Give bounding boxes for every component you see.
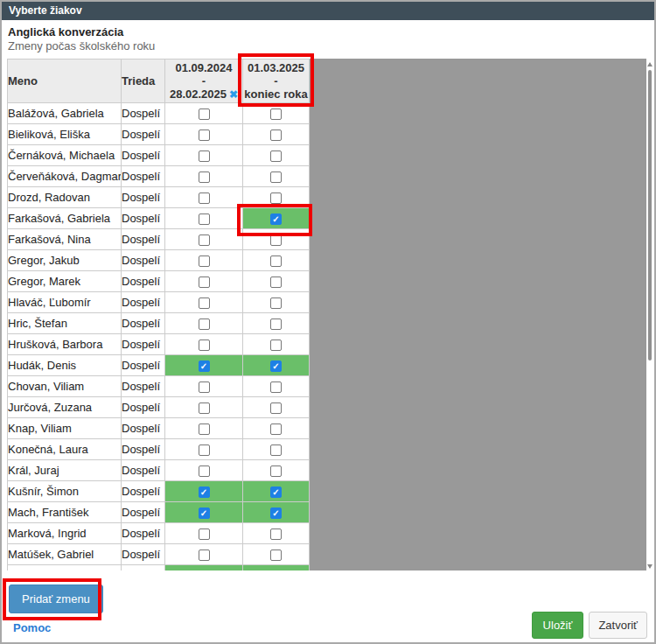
period1-checkbox[interactable] [199, 256, 210, 267]
period2-checkbox[interactable] [270, 192, 282, 204]
period2-checkbox[interactable]: ✓ [270, 508, 282, 519]
period2-checkbox[interactable] [270, 424, 282, 435]
student-class: Dospelí [122, 187, 165, 208]
help-link[interactable]: Pomoc [13, 621, 51, 634]
period1-checkbox[interactable] [199, 402, 210, 414]
checkbox-cell-period2 [243, 460, 310, 481]
checkbox-cell-period1 [165, 166, 243, 187]
period2-checkbox[interactable]: ✓ [270, 214, 282, 225]
period1-checkbox[interactable] [199, 550, 210, 561]
period2-checkbox[interactable] [270, 318, 282, 330]
close-button[interactable]: Zatvoriť [589, 612, 647, 639]
student-class: Dospelí [122, 250, 165, 271]
period1-checkbox[interactable] [199, 444, 210, 456]
student-name: Konečná, Laura [8, 439, 122, 460]
period2-checkbox[interactable] [270, 550, 282, 561]
scroll-down-arrow-icon[interactable] [647, 564, 653, 569]
checkbox-cell-period2: ✓ [243, 208, 310, 229]
period1-checkbox[interactable] [199, 214, 210, 225]
period1-checkbox[interactable]: ✓ [199, 360, 210, 372]
table-row: ✓✓ [8, 565, 310, 571]
period2-checkbox[interactable]: ✓ [270, 360, 282, 372]
period2-checkbox[interactable] [270, 256, 282, 267]
checkbox-cell-period1 [165, 271, 243, 292]
period1-checkbox[interactable] [199, 276, 210, 288]
table-row: Jurčová, ZuzanaDospelí [8, 397, 310, 418]
student-name: Matúšek, Gabriel [8, 544, 122, 565]
table-row: Hrušková, BarboraDospelí [8, 334, 310, 355]
save-button[interactable]: Uložiť [532, 612, 584, 639]
period2-checkbox[interactable] [270, 466, 282, 477]
table-row: Gregor, JakubDospelí [8, 250, 310, 271]
student-name: Červeňáková, Dagmar [8, 166, 122, 187]
student-name: Knap, Viliam [8, 418, 122, 439]
period1-checkbox[interactable] [199, 424, 210, 435]
period1-checkbox[interactable] [199, 172, 210, 183]
checkbox-cell-period2: ✓ [243, 565, 310, 571]
checkbox-cell-period2 [243, 397, 310, 418]
checkbox-cell-period2 [243, 334, 310, 355]
period1-checkbox[interactable] [199, 382, 210, 393]
period1-checkbox[interactable] [199, 150, 210, 162]
student-name: Gregor, Jakub [8, 250, 122, 271]
period2-checkbox[interactable] [270, 298, 282, 309]
checkbox-cell-period1 [165, 292, 243, 313]
period1-checkbox[interactable] [199, 466, 210, 477]
student-name: Mach, František [8, 502, 122, 523]
table-row: Gregor, MarekDospelí [8, 271, 310, 292]
table-row: Knap, ViliamDospelí [8, 418, 310, 439]
period2-checkbox[interactable] [270, 150, 282, 162]
period2-checkbox[interactable]: ✓ [270, 486, 282, 498]
table-row: Chovan, ViliamDospelí [8, 376, 310, 397]
table-row: Kušnír, ŠimonDospelí✓✓ [8, 481, 310, 502]
period1-checkbox[interactable] [199, 298, 210, 309]
table-row: Hudák, DenisDospelí✓✓ [8, 355, 310, 376]
checkbox-cell-period1 [165, 187, 243, 208]
student-name: Hlaváč, Ľubomír [8, 292, 122, 313]
period1-checkbox[interactable] [199, 130, 210, 141]
period2-checkbox[interactable] [270, 108, 282, 120]
student-name: Hric, Štefan [8, 313, 122, 334]
period2-checkbox[interactable] [270, 130, 282, 141]
period2-to: koniec roka [244, 88, 307, 101]
student-class [122, 565, 165, 571]
period2-checkbox[interactable] [270, 444, 282, 456]
period1-checkbox[interactable] [199, 318, 210, 330]
student-class: Dospelí [122, 439, 165, 460]
period1-checkbox[interactable] [199, 192, 210, 204]
column-header-name: Meno [8, 60, 122, 103]
table-row: Červeňáková, DagmarDospelí [8, 166, 310, 187]
footer-buttons: Uložiť Zatvoriť [532, 612, 647, 639]
period2-checkbox[interactable] [270, 382, 282, 393]
student-name: Hudák, Denis [8, 355, 122, 376]
period1-checkbox[interactable]: ✓ [199, 486, 210, 498]
add-change-button[interactable]: Pridať zmenu [9, 584, 103, 613]
checkbox-cell-period1: ✓ [165, 481, 243, 502]
table-row: Bieliková, EliškaDospelí [8, 124, 310, 145]
period1-checkbox[interactable]: ✓ [199, 508, 210, 519]
period2-checkbox[interactable] [270, 402, 282, 414]
student-class: Dospelí [122, 145, 165, 166]
period2-checkbox[interactable] [270, 276, 282, 288]
remove-period1-icon[interactable]: ✖ [229, 88, 238, 101]
select-students-dialog: Vyberte žiakov Anglická konverzácia Zmen… [0, 0, 656, 644]
student-class: Dospelí [122, 355, 165, 376]
period2-checkbox[interactable] [270, 528, 282, 540]
table-row: Mach, FrantišekDospelí✓✓ [8, 502, 310, 523]
column-header-class: Trieda [122, 60, 165, 103]
scroll-up-arrow-icon[interactable] [647, 62, 653, 66]
period1-checkbox[interactable] [199, 340, 210, 351]
student-name: Chovan, Viliam [8, 376, 122, 397]
period1-checkbox[interactable] [199, 108, 210, 120]
period1-checkbox[interactable] [199, 528, 210, 540]
scrollbar-thumb[interactable] [648, 70, 652, 360]
period1-checkbox[interactable] [199, 234, 210, 246]
period2-checkbox[interactable] [270, 234, 282, 246]
student-name: Marková, Ingrid [8, 523, 122, 544]
period2-checkbox[interactable] [270, 172, 282, 183]
student-name: Černáková, Michaela [8, 145, 122, 166]
course-title: Anglická konverzácia [8, 25, 123, 38]
column-header-period1: 01.09.2024 - 28.02.2025✖ [165, 60, 243, 103]
vertical-scrollbar[interactable] [646, 59, 654, 570]
period2-checkbox[interactable] [270, 340, 282, 351]
